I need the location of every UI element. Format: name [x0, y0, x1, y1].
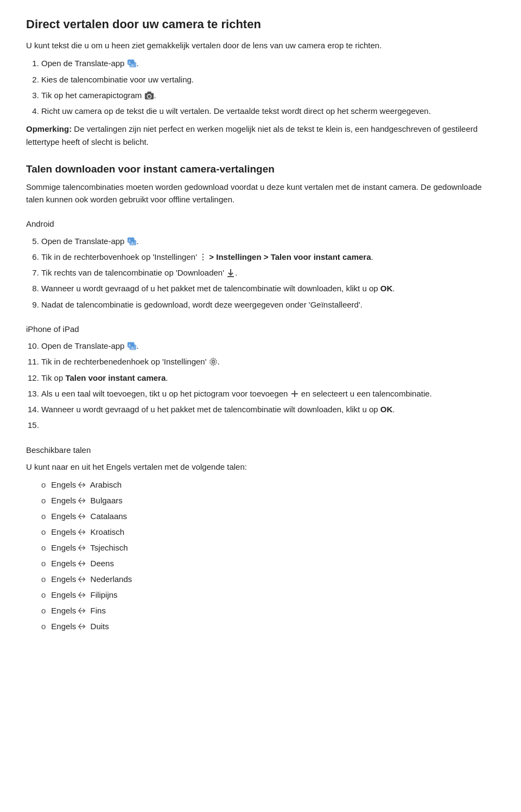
talen-lang: Filipijns	[91, 590, 118, 599]
iphone-steps-list: Open de Translate-app . Tik in de rechte…	[41, 340, 495, 432]
arrow-icon	[78, 623, 88, 630]
section2-title: Talen downloaden voor instant camera-ver…	[26, 163, 495, 175]
intro-text: U kunt tekst die u om u heen ziet gemakk…	[26, 39, 495, 52]
android-label: Android	[26, 218, 495, 230]
step-1-text: Open de Translate-app	[41, 59, 124, 68]
beschikbare-intro: U kunt naar en uit het Engels vertalen m…	[26, 461, 495, 473]
talen-pair: Engels	[51, 480, 76, 489]
talen-pair: Engels	[51, 512, 76, 521]
arrow-icon	[78, 528, 88, 536]
step-3: Tik op het camerapictogram .	[41, 89, 495, 101]
android-step-8: Wanneer u wordt gevraagd of u het pakket…	[41, 282, 495, 295]
talen-pair: Engels	[51, 543, 76, 552]
arrow-icon	[78, 591, 88, 599]
talen-lang: Fins	[91, 606, 106, 615]
iphone-step-12: Tik op Talen voor instant camera.	[41, 372, 495, 384]
opmerking-text: De vertalingen zijn niet perfect en werk…	[26, 124, 478, 146]
iphone-step-11: Tik in de rechterbenedenhoek op 'Instell…	[41, 355, 495, 368]
talen-list-item: Engels Filipijns	[41, 589, 495, 602]
menu-icon	[199, 253, 207, 261]
iphone-step-10-text: Open de Translate-app	[41, 341, 124, 350]
talen-lang: Nederlands	[91, 574, 132, 584]
talen-lang: Deens	[91, 559, 114, 568]
talen-list-item: Engels Deens	[41, 557, 495, 570]
arrow-icon	[78, 497, 88, 504]
step-2-text: Kies de talencombinatie voor uw vertalin…	[41, 75, 194, 84]
arrow-icon	[78, 481, 88, 489]
arrow-icon	[78, 513, 88, 520]
talen-list-item: Engels Kroatisch	[41, 526, 495, 539]
android-step-6-bold: > Instellingen > Talen voor instant came…	[209, 252, 371, 261]
talen-lang: Bulgaars	[91, 496, 123, 505]
talen-list-item: Engels Tsjechisch	[41, 541, 495, 554]
android-step-5: Open de Translate-app .	[41, 235, 495, 247]
arrow-icon	[78, 607, 88, 615]
translate-icon-android	[127, 236, 137, 246]
talen-lang: Kroatisch	[91, 527, 125, 536]
talen-list-item: Engels Arabisch	[41, 478, 495, 491]
iphone-step-10: Open de Translate-app .	[41, 340, 495, 352]
step-2: Kies de talencombinatie voor uw vertalin…	[41, 73, 495, 86]
android-step-7-before: Tik rechts van de talencombinatie op 'Do…	[41, 268, 224, 277]
talen-pair: Engels	[51, 559, 76, 568]
talen-list-item: Engels Fins	[41, 604, 495, 617]
android-step-5-text: Open de Translate-app	[41, 236, 124, 246]
iphone-step-15	[41, 419, 495, 431]
opmerking-paragraph: Opmerking: De vertalingen zijn niet perf…	[26, 123, 495, 148]
android-step-7: Tik rechts van de talencombinatie op 'Do…	[41, 266, 495, 279]
talen-pair: Engels	[51, 574, 76, 584]
talen-list-item: Engels Duits	[41, 620, 495, 633]
iphone-step-13: Als u een taal wilt toevoegen, tikt u op…	[41, 387, 495, 400]
android-step-9-text: Nadat de talencombinatie is gedownload, …	[41, 300, 363, 309]
iphone-step-14-ok: OK	[380, 405, 393, 414]
download-icon	[226, 268, 235, 277]
translate-icon	[127, 59, 137, 68]
beschikbare-label: Beschikbare talen	[26, 444, 495, 456]
iphone-step-14-before: Wanneer u wordt gevraagd of u het pakket…	[41, 405, 380, 414]
iphone-step-14: Wanneer u wordt gevraagd of u het pakket…	[41, 403, 495, 415]
iphone-step-11-before: Tik in de rechterbenedenhoek op 'Instell…	[41, 357, 207, 366]
android-steps-list: Open de Translate-app . Tik in de rechte…	[41, 235, 495, 311]
arrow-icon	[78, 544, 88, 552]
step-1: Open de Translate-app .	[41, 57, 495, 69]
iphone-step-12-before: Tik op	[41, 373, 65, 382]
talen-list-item: Engels Bulgaars	[41, 494, 495, 507]
iphone-step-13-after: en selecteert u een talencombinatie.	[301, 389, 432, 398]
talen-lang: Tsjechisch	[90, 543, 128, 552]
opmerking-label: Opmerking:	[26, 124, 72, 133]
talen-pair: Engels	[51, 590, 76, 599]
talen-list-item: Engels Catalaans	[41, 510, 495, 523]
iphone-step-13-before: Als u een taal wilt toevoegen, tikt u op…	[41, 389, 288, 398]
talen-list-item: Engels Nederlands	[41, 573, 495, 586]
camera-icon	[144, 91, 154, 100]
talen-lang: Arabisch	[90, 480, 122, 489]
talen-lang: Duits	[91, 622, 109, 631]
arrow-icon	[78, 576, 88, 583]
talen-lang: Catalaans	[91, 512, 128, 521]
iphone-label: iPhone of iPad	[26, 323, 495, 335]
step-4-text: Richt uw camera op de tekst die u wilt v…	[41, 106, 431, 116]
section2-intro: Sommige talencombinaties moeten worden g…	[26, 181, 495, 206]
talen-pair: Engels	[51, 527, 76, 536]
step-4: Richt uw camera op de tekst die u wilt v…	[41, 105, 495, 117]
android-step-9: Nadat de talencombinatie is gedownload, …	[41, 298, 495, 311]
translate-icon-iphone	[127, 341, 137, 351]
step-3-text: Tik op het camerapictogram	[41, 91, 142, 100]
page-title: Direct vertalen door uw camera te richte…	[26, 17, 495, 31]
arrow-icon	[78, 560, 88, 567]
talen-pair: Engels	[51, 496, 76, 505]
android-step-6-before: Tik in de rechterbovenhoek op 'Instellin…	[41, 252, 197, 261]
talen-pair: Engels	[51, 606, 76, 615]
talen-list: Engels ArabischEngels BulgaarsEngels Cat…	[41, 478, 495, 633]
settings-icon	[209, 357, 218, 366]
android-step-8-before: Wanneer u wordt gevraagd of u het pakket…	[41, 284, 380, 293]
android-step-6: Tik in de rechterbovenhoek op 'Instellin…	[41, 251, 495, 263]
add-icon	[290, 389, 299, 398]
talen-pair: Engels	[51, 622, 76, 631]
iphone-step-12-bold: Talen voor instant camera	[65, 373, 166, 382]
android-step-8-ok: OK	[380, 284, 393, 293]
main-steps-list: Open de Translate-app . Kies de talencom…	[41, 57, 495, 117]
